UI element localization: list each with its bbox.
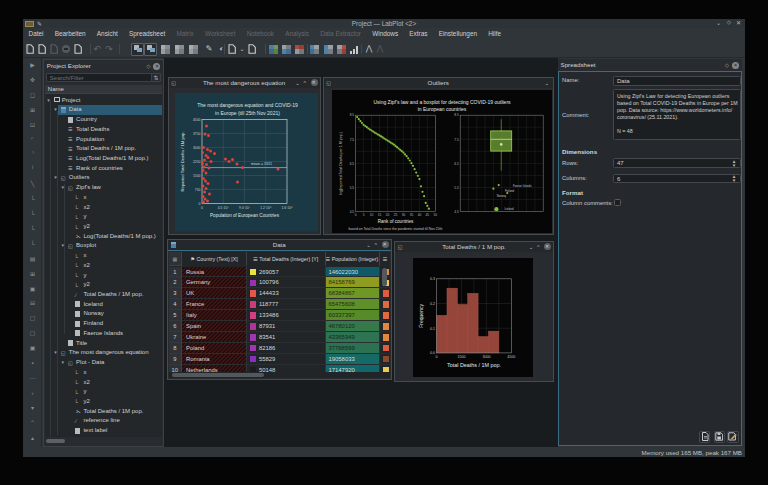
svg-text:3000: 3000 [193, 146, 201, 150]
svg-text:Frequency: Frequency [418, 304, 424, 328]
svg-text:8.5: 8.5 [454, 113, 459, 117]
svg-text:3750: 3750 [193, 132, 201, 136]
svg-text:0.1: 0.1 [430, 327, 435, 331]
svg-text:1.2·10⁸: 1.2·10⁸ [260, 206, 272, 210]
svg-text:0: 0 [436, 355, 438, 359]
svg-text:mean = 1921: mean = 1921 [251, 162, 272, 166]
svg-text:40: 40 [417, 213, 421, 217]
svg-text:log(reported Total Deaths per: log(reported Total Deaths per 1 M pop.) [339, 132, 343, 195]
svg-text:Rank of countries: Rank of countries [377, 219, 413, 224]
svg-text:15: 15 [377, 213, 381, 217]
svg-text:4500: 4500 [507, 355, 515, 359]
svg-text:7.5: 7.5 [349, 138, 354, 142]
svg-text:0.0: 0.0 [430, 351, 435, 355]
svg-text:in European countries: in European countries [417, 106, 466, 112]
svg-text:Using Zipf's law and a boxplot: Using Zipf's law and a boxplot for detec… [373, 99, 511, 105]
svg-text:8.5: 8.5 [349, 113, 354, 117]
svg-text:6.5: 6.5 [349, 162, 354, 166]
svg-text:9.0·10⁷: 9.0·10⁷ [239, 206, 251, 210]
svg-text:4.5: 4.5 [349, 210, 354, 214]
svg-text:35: 35 [409, 213, 413, 217]
svg-text:5: 5 [362, 213, 364, 217]
svg-text:3000: 3000 [482, 355, 490, 359]
svg-text:7.5: 7.5 [454, 138, 459, 142]
svg-text:0.3: 0.3 [430, 277, 435, 281]
svg-text:Iceland: Iceland [504, 207, 513, 211]
svg-text:750: 750 [195, 188, 201, 192]
svg-text:10: 10 [369, 213, 373, 217]
svg-text:4500: 4500 [193, 118, 201, 122]
svg-text:1500: 1500 [458, 355, 466, 359]
svg-text:1500: 1500 [193, 174, 201, 178]
svg-text:0: 0 [354, 213, 356, 217]
svg-text:5.5: 5.5 [349, 186, 354, 190]
svg-text:Faeroe Islands: Faeroe Islands [513, 184, 532, 188]
svg-text:6.5: 6.5 [454, 162, 459, 166]
svg-text:2250: 2250 [193, 160, 201, 164]
svg-text:Finland: Finland [504, 189, 514, 193]
svg-text:Total Deaths / 1M pop.: Total Deaths / 1M pop. [447, 362, 501, 368]
svg-text:Reported Total Deaths / 1M pop: Reported Total Deaths / 1M pop. [180, 131, 185, 191]
svg-text:45: 45 [425, 213, 429, 217]
svg-text:based on Total Deaths since th: based on Total Deaths since the pandemic… [348, 227, 442, 231]
svg-text:0.2: 0.2 [430, 302, 435, 306]
svg-text:50: 50 [433, 213, 437, 217]
svg-text:Population of European Countri: Population of European Countries [210, 213, 280, 218]
svg-text:0: 0 [201, 206, 203, 210]
svg-text:1.6·10⁸: 1.6·10⁸ [281, 206, 293, 210]
svg-text:Norway: Norway [496, 194, 506, 198]
svg-text:20: 20 [385, 213, 389, 217]
svg-text:4.5·10⁷: 4.5·10⁷ [218, 206, 230, 210]
svg-text:4.5: 4.5 [454, 210, 459, 214]
svg-text:30: 30 [401, 213, 405, 217]
svg-text:5.5: 5.5 [454, 186, 459, 190]
svg-text:in Europe (till 25th Nov 2021): in Europe (till 25th Nov 2021) [215, 110, 280, 116]
svg-text:25: 25 [393, 213, 397, 217]
svg-text:The most dangerous equation an: The most dangerous equation and COVID-19 [197, 102, 298, 108]
